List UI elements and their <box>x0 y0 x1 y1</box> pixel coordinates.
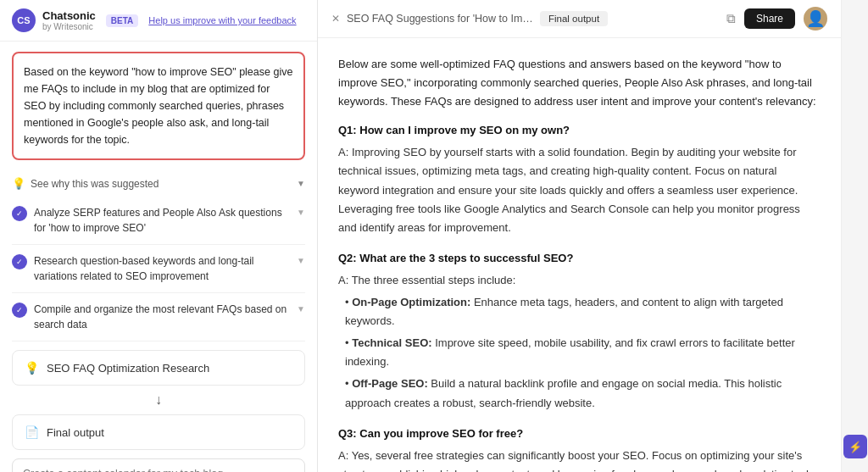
step-item-1[interactable]: ✓ Analyze SERP features and People Also … <box>12 197 305 245</box>
copy-icon[interactable]: ⧉ <box>726 11 736 26</box>
faq-3: Q3: Can you improve SEO for free? A: Yes… <box>338 425 821 472</box>
q2-question: Q2: What are the 3 steps to successful S… <box>338 249 821 268</box>
prompt-box: Based on the keyword "how to improve SEO… <box>12 52 305 160</box>
brand-info: Chatsonic by Writesonic <box>42 9 96 32</box>
q3-answer: A: Yes, several free strategies can sign… <box>338 447 821 472</box>
tab-close-icon[interactable]: ✕ <box>331 13 340 25</box>
final-output-badge: Final output <box>540 11 608 26</box>
faq-2: Q2: What are the 3 steps to successful S… <box>338 249 821 413</box>
chevron-icon-1: ▼ <box>297 208 305 217</box>
arrow-down-icon: ↓ <box>12 391 305 409</box>
suggestion-label: See why this was suggested <box>31 178 159 190</box>
step-check-3: ✓ <box>12 303 27 318</box>
q1-answer: A: Improving SEO by yourself starts with… <box>338 143 821 236</box>
steps-list: ✓ Analyze SERP features and People Also … <box>0 197 317 342</box>
step-check-1: ✓ <box>12 206 27 221</box>
brand-sub: by Writesonic <box>42 22 96 31</box>
logo: CS <box>12 8 36 32</box>
q2-bullet-3-bold: Off-Page SEO: <box>352 377 428 390</box>
suggestion-header[interactable]: 💡 See why this was suggested ▼ <box>0 170 317 197</box>
workflow-section: 💡 SEO FAQ Optimization Research ↓ 📄 Fina… <box>0 342 317 458</box>
q2-bullet-2-bold: Technical SEO: <box>352 336 431 349</box>
app-header: CS Chatsonic by Writesonic BETA Help us … <box>0 0 317 42</box>
step-item-3[interactable]: ✓ Compile and organize the most relevant… <box>12 293 305 342</box>
step-text-1: Analyze SERP features and People Also As… <box>34 205 290 236</box>
workflow-item-2[interactable]: 📄 Final output <box>12 414 305 450</box>
chevron-icon-3: ▼ <box>297 304 305 314</box>
step-text-2: Research question-based keywords and lon… <box>34 253 290 284</box>
right-sidebar: ⚡ <box>841 0 868 472</box>
prompt-text: Based on the keyword "how to improve SEO… <box>24 64 293 148</box>
chevron-down-icon: ▼ <box>297 179 305 188</box>
workflow-icon-1: 💡 <box>23 359 40 376</box>
tab-title: SEO FAQ Suggestions for 'How to Improve … <box>347 13 533 25</box>
input-area: ◉ G <box>12 458 305 472</box>
beta-badge: BETA <box>106 14 138 27</box>
intro-text: Below are some well-optimized FAQ questi… <box>338 55 821 111</box>
q3-question: Q3: Can you improve SEO for free? <box>338 425 821 443</box>
q1-question: Q1: How can I improve my SEO on my own? <box>338 121 821 140</box>
right-header: ✕ SEO FAQ Suggestions for 'How to Improv… <box>318 0 841 38</box>
user-avatar: 👤 <box>804 7 827 31</box>
workflow-label-1: SEO FAQ Optimization Research <box>47 362 294 375</box>
share-button[interactable]: Share <box>744 8 795 29</box>
right-panel: ✕ SEO FAQ Suggestions for 'How to Improv… <box>318 0 841 472</box>
step-item-2[interactable]: ✓ Research question-based keywords and l… <box>12 245 305 293</box>
q2-bullet-1: • On-Page Optimization: Enhance meta tag… <box>338 293 821 330</box>
step-text-3: Compile and organize the most relevant F… <box>34 302 290 332</box>
feedback-link[interactable]: Help us improve with your feedback <box>148 15 296 25</box>
q2-bullet-2: • Technical SEO: Improve site speed, mob… <box>338 334 821 371</box>
left-panel: CS Chatsonic by Writesonic BETA Help us … <box>0 0 318 472</box>
workflow-icon-2: 📄 <box>23 424 40 441</box>
sidebar-tool-icon[interactable]: ⚡ <box>843 435 867 458</box>
faq-1: Q1: How can I improve my SEO on my own? … <box>338 121 821 237</box>
workflow-label-2: Final output <box>47 426 294 439</box>
q2-bullet-3: • Off-Page SEO: Build a natural backlink… <box>338 375 821 412</box>
chat-input[interactable] <box>12 458 305 472</box>
brand-name: Chatsonic <box>42 9 96 23</box>
q2-answer-intro: A: The three essential steps include: <box>338 274 515 286</box>
q2-bullet-1-bold: On-Page Optimization: <box>352 296 470 308</box>
chevron-icon-2: ▼ <box>297 256 305 265</box>
lightbulb-icon: 💡 <box>12 177 25 190</box>
workflow-item-1[interactable]: 💡 SEO FAQ Optimization Research <box>12 350 305 386</box>
right-content: Below are some well-optimized FAQ questi… <box>318 38 841 472</box>
step-check-2: ✓ <box>12 254 27 269</box>
